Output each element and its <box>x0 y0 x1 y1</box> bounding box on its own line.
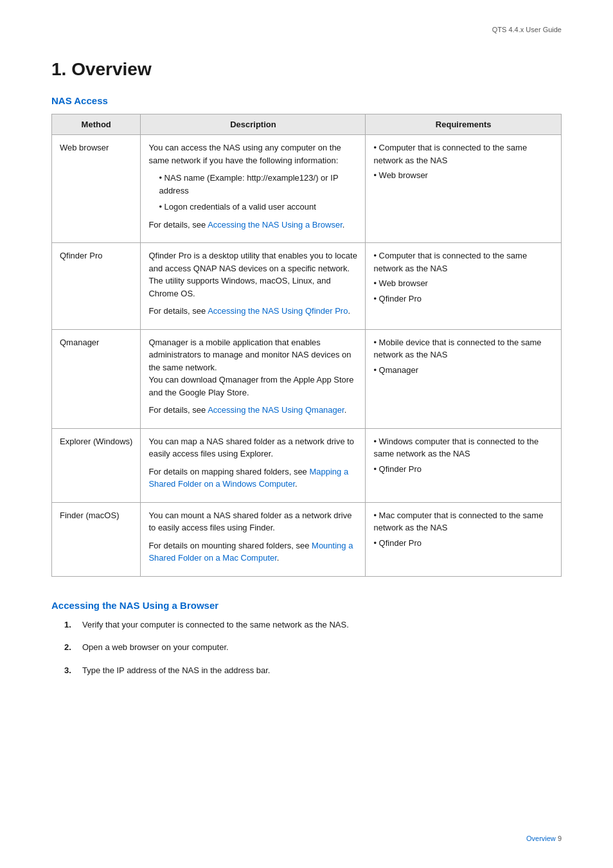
table-row: Qfinder Pro Qfinder Pro is a desktop uti… <box>52 243 562 330</box>
method-cell: Finder (macOS) <box>52 502 141 576</box>
footer-page-num: 9 <box>558 835 562 842</box>
browser-link[interactable]: Accessing the NAS Using a Browser <box>208 220 342 230</box>
browser-section-heading: Accessing the NAS Using a Browser <box>51 600 562 611</box>
method-cell: Explorer (Windows) <box>52 428 141 502</box>
table-row: Web browser You can access the NAS using… <box>52 135 562 243</box>
requirements-cell: Computer that is connected to the same n… <box>366 243 562 330</box>
windows-link[interactable]: Mapping a Shared Folder on a Windows Com… <box>148 467 348 489</box>
qmanager-link[interactable]: Accessing the NAS Using Qmanager <box>208 405 344 415</box>
mac-link[interactable]: Mounting a Shared Folder on a Mac Comput… <box>148 541 353 563</box>
table-row: Qmanager Qmanager is a mobile applicatio… <box>52 329 562 428</box>
nas-access-heading: NAS Access <box>51 95 562 106</box>
list-item: 1. Verify that your computer is connecte… <box>64 619 562 631</box>
col-description: Description <box>141 114 366 135</box>
col-requirements: Requirements <box>366 114 562 135</box>
qfinder-link[interactable]: Accessing the NAS Using Qfinder Pro <box>208 306 348 316</box>
browser-section: Accessing the NAS Using a Browser 1. Ver… <box>51 600 562 677</box>
description-cell: Qmanager is a mobile application that en… <box>141 329 366 428</box>
browser-steps-list: 1. Verify that your computer is connecte… <box>64 619 562 677</box>
description-cell: You can map a NAS shared folder as a net… <box>141 428 366 502</box>
page-footer: Overview 9 <box>526 835 562 842</box>
method-cell: Qfinder Pro <box>52 243 141 330</box>
method-cell: Web browser <box>52 135 141 243</box>
col-method: Method <box>52 114 141 135</box>
table-row: Explorer (Windows) You can map a NAS sha… <box>52 428 562 502</box>
list-item: 3. Type the IP address of the NAS in the… <box>64 664 562 677</box>
step-text: Type the IP address of the NAS in the ad… <box>82 664 270 677</box>
page-header: QTS 4.4.x User Guide <box>51 26 562 33</box>
requirements-cell: Windows computer that is connected to th… <box>366 428 562 502</box>
nas-access-section: NAS Access Method Description Requiremen… <box>51 95 562 577</box>
description-cell: You can mount a NAS shared folder as a n… <box>141 502 366 576</box>
requirements-cell: Computer that is connected to the same n… <box>366 135 562 243</box>
nas-access-table: Method Description Requirements Web brow… <box>51 114 562 577</box>
table-row: Finder (macOS) You can mount a NAS share… <box>52 502 562 576</box>
page-title: 1. Overview <box>51 59 562 80</box>
description-cell: You can access the NAS using any compute… <box>141 135 366 243</box>
footer-section-label: Overview <box>526 835 556 842</box>
list-item: 2. Open a web browser on your computer. <box>64 641 562 654</box>
requirements-cell: Mac computer that is connected to the sa… <box>366 502 562 576</box>
requirements-cell: Mobile device that is connected to the s… <box>366 329 562 428</box>
step-text: Verify that your computer is connected t… <box>82 619 349 631</box>
guide-label: QTS 4.4.x User Guide <box>492 26 562 33</box>
method-cell: Qmanager <box>52 329 141 428</box>
description-cell: Qfinder Pro is a desktop utility that en… <box>141 243 366 330</box>
step-text: Open a web browser on your computer. <box>82 641 229 654</box>
